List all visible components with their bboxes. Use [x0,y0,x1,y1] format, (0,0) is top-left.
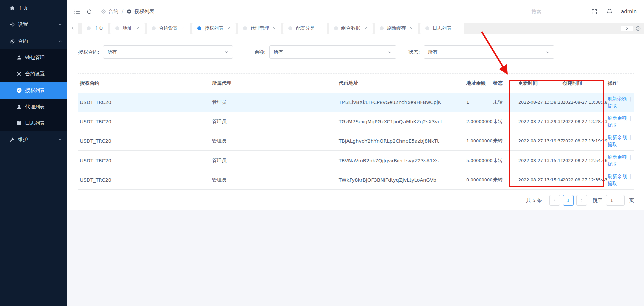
sidebar-item-contract-settings[interactable]: 合约设置 [0,66,67,82]
tab-status-dot [425,26,429,30]
withdraw-link[interactable]: 提取 [608,181,617,186]
gear-icon [9,22,15,27]
cell-actions: 刷新余额|提取 [608,173,634,187]
tab-strip: 主页地址合约设置授权列表代理管理配置分类组合数据刷新缓存日志列表 [67,23,644,34]
total-count: 共 5 条 [526,197,542,204]
cell-updated: 2022-08-27 13:29:31 [518,119,562,124]
chevron-down-icon [388,50,392,54]
tab-config-category[interactable]: 配置分类 [283,23,327,34]
filter-authorized-contract: 授权合约: 所有 [78,45,233,59]
withdraw-link[interactable]: 提取 [608,142,617,147]
tab-status-dot [380,26,384,30]
circle-arrow-icon [127,9,132,14]
tabs-scroll-right-button[interactable] [621,26,633,31]
cell-updated: 2022-08-27 13:15:11 [518,158,562,163]
column-header: 操作 [608,80,634,86]
jump-page-input[interactable] [606,195,625,206]
tabs-scroll-left-button[interactable] [67,23,78,34]
tab-label: 配置分类 [296,25,315,32]
sidebar-item-label: 代理列表 [25,104,45,110]
notification-bell-icon[interactable] [606,8,613,15]
tab-agent-management[interactable]: 代理管理 [238,23,281,34]
withdraw-link[interactable]: 提取 [608,161,617,167]
cell-address: TBjALghvoY2hYnQRLp2ChneE5azbJ8NkTt [339,138,466,144]
filter-label: 状态: [409,49,420,55]
breadcrumb-contract[interactable]: 合约 [101,8,118,15]
sidebar-item-label: 钱包管理 [25,54,45,61]
previous-page-button[interactable] [549,195,560,206]
contract-icon [101,9,106,14]
next-page-button[interactable] [576,195,587,206]
column-header: 状态 [493,80,518,86]
breadcrumb: 合约 / 授权列表 [101,8,154,15]
close-icon[interactable] [364,26,368,30]
action-separator: | [630,154,631,160]
balance-select[interactable]: 所有 [269,45,396,59]
tab-status-dot [334,26,338,30]
refresh-balance-link[interactable]: 刷新余额 [608,115,627,121]
close-icon[interactable] [272,26,276,30]
contract-icon [9,38,15,44]
authorized-contract-select[interactable]: 所有 [103,45,233,59]
withdraw-link[interactable]: 提取 [608,103,617,108]
tab-home[interactable]: 主页 [82,23,108,34]
refresh-balance-link[interactable]: 刷新余额 [608,154,627,160]
sidebar-item-label: 合约设置 [25,71,45,77]
user-menu[interactable]: admin [621,9,637,15]
tab-label: 地址 [123,25,132,32]
main-column: 合约 / 授权列表 admin 主页地址合约设置授权列表代理管理配置分类组合数据… [67,0,644,306]
cell-contract: USDT_TRC20 [78,158,212,163]
pagination: 共 5 条 1 跳至 页 [78,195,634,206]
refresh-balance-link[interactable]: 刷新余额 [608,95,627,102]
close-icon[interactable] [136,26,140,30]
person-icon [16,104,22,110]
fullscreen-icon[interactable] [591,8,598,15]
sidebar-item-label: 日志列表 [25,120,45,126]
topbar-right: admin [531,8,637,15]
column-header: 所属代理 [212,80,339,86]
wrench-icon [9,137,15,142]
tab-refresh-cache[interactable]: 刷新缓存 [375,23,418,34]
collapse-menu-icon[interactable] [74,8,80,15]
tab-contract-settings[interactable]: 合约设置 [147,23,190,34]
breadcrumb-authorization-list[interactable]: 授权列表 [127,8,154,15]
action-line: 刷新余额| [608,173,634,180]
tab-combined-data[interactable]: 组合数据 [329,23,373,34]
sidebar-item-agent-list[interactable]: 代理列表 [0,99,67,115]
close-icon[interactable] [227,26,231,30]
table-row: USDT_TRC20管理员TGzM7SexgMqPGzXC1JioQaMhKZq… [78,112,634,131]
tab-authorization-list[interactable]: 授权列表 [192,23,236,34]
status-select[interactable]: 所有 [424,45,554,59]
tab-log-list[interactable]: 日志列表 [420,23,464,34]
page-1-button[interactable]: 1 [563,195,574,206]
sidebar-item-log-list[interactable]: 日志列表 [0,115,67,131]
sidebar-item-maintenance[interactable]: 维护 [0,131,67,148]
sidebar-item-home[interactable]: 主页 [0,0,67,16]
table-row: USDT_TRC20管理员TWkFy8krBJQF3BNiFdtyqZjvLty… [78,170,634,190]
sidebar-item-wallet-management[interactable]: 钱包管理 [0,49,67,66]
app-window: 主页设置合约钱包管理合约设置授权列表代理列表日志列表维护 合约 / 授权列表 [0,0,644,306]
close-icon[interactable] [409,26,413,30]
cell-actions: 刷新余额|提取 [608,115,634,128]
cell-updated: 2022-08-27 13:19:37 [518,138,562,143]
sidebar-item-contract[interactable]: 合约 [0,33,67,49]
search-input[interactable] [531,8,582,15]
circle-arrow-icon [16,87,22,93]
refresh-icon[interactable] [86,9,92,15]
refresh-balance-link[interactable]: 刷新余额 [608,173,627,180]
close-icon[interactable] [181,26,185,30]
withdraw-link[interactable]: 提取 [608,122,617,128]
tab-status-dot [243,26,247,30]
close-icon[interactable] [455,26,459,30]
close-icon[interactable] [318,26,322,30]
sidebar-item-label: 授权列表 [25,87,45,94]
table-header: 授权合约 所属代理 代币地址 地址余额 状态 更新时间 创建时间 操作 [78,74,634,93]
close-all-tabs-icon[interactable] [635,26,641,32]
sidebar-item-authorization-list[interactable]: 授权列表 [0,82,67,99]
filter-label: 授权合约: [78,49,99,55]
refresh-balance-link[interactable]: 刷新余额 [608,134,627,141]
sidebar-item-settings[interactable]: 设置 [0,16,67,33]
tab-status-dot [197,26,201,30]
chevron-right-icon [625,26,629,31]
tab-address[interactable]: 地址 [110,23,145,34]
